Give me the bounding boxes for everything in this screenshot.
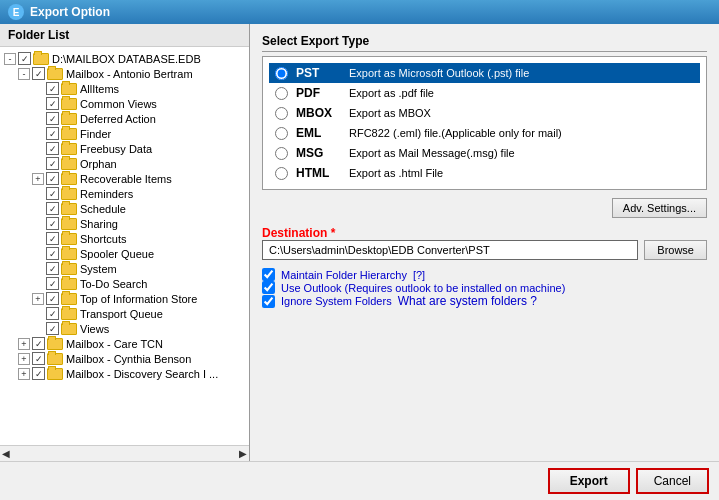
radio-pdf[interactable]	[275, 87, 288, 100]
export-button[interactable]: Export	[548, 468, 630, 494]
option-checkbox-ignore-system[interactable]	[262, 295, 275, 308]
radio-desc-msg: Export as Mail Message(.msg) file	[349, 147, 515, 159]
app-icon: E	[8, 4, 24, 20]
folder-icon-topinfo	[61, 293, 77, 305]
tree-item-mailbox-discovery[interactable]: +Mailbox - Discovery Search I ...	[0, 366, 249, 381]
folder-icon-transport	[61, 308, 77, 320]
tree-item-topinfo[interactable]: +Top of Information Store	[0, 291, 249, 306]
checkbox-sharing[interactable]	[46, 217, 59, 230]
tree-label-orphan: Orphan	[80, 158, 117, 170]
browse-button[interactable]: Browse	[644, 240, 707, 260]
option-row-maintain-folder: Maintain Folder Hierarchy [?]	[262, 268, 707, 281]
tree-item-allitems[interactable]: AllItems	[0, 81, 249, 96]
option-checkbox-use-outlook[interactable]	[262, 281, 275, 294]
radio-msg[interactable]	[275, 147, 288, 160]
tree-label-shortcuts: Shortcuts	[80, 233, 126, 245]
checkbox-common-views[interactable]	[46, 97, 59, 110]
help-bracket-maintain-folder[interactable]: [?]	[413, 269, 425, 281]
tree-item-views[interactable]: Views	[0, 321, 249, 336]
nav-left-arrow[interactable]: ◀	[2, 448, 10, 459]
tree-item-finder[interactable]: Finder	[0, 126, 249, 141]
folder-icon-deferred-action	[61, 113, 77, 125]
tree-item-mailbox-care[interactable]: +Mailbox - Care TCN	[0, 336, 249, 351]
radio-pst[interactable]	[275, 67, 288, 80]
tree-item-common-views[interactable]: Common Views	[0, 96, 249, 111]
expand-btn-root[interactable]: -	[4, 53, 16, 65]
tree-item-shortcuts[interactable]: Shortcuts	[0, 231, 249, 246]
tree-item-mailbox-antonio[interactable]: -Mailbox - Antonio Bertram	[0, 66, 249, 81]
content-row: Folder List -D:\MAILBOX DATABASE.EDB-Mai…	[0, 24, 719, 461]
checkbox-topinfo[interactable]	[46, 292, 59, 305]
checkbox-mailbox-discovery[interactable]	[32, 367, 45, 380]
expand-btn-mailbox-care[interactable]: +	[18, 338, 30, 350]
checkbox-todo[interactable]	[46, 277, 59, 290]
radio-eml[interactable]	[275, 127, 288, 140]
tree-item-reminders[interactable]: Reminders	[0, 186, 249, 201]
checkbox-deferred-action[interactable]	[46, 112, 59, 125]
checkbox-reminders[interactable]	[46, 187, 59, 200]
checkbox-mailbox-cynthia[interactable]	[32, 352, 45, 365]
export-type-eml[interactable]: EMLRFC822 (.eml) file.(Applicable only f…	[269, 123, 700, 143]
checkbox-root[interactable]	[18, 52, 31, 65]
radio-mbox[interactable]	[275, 107, 288, 120]
cancel-button[interactable]: Cancel	[636, 468, 709, 494]
tree-item-freebusy[interactable]: Freebusy Data	[0, 141, 249, 156]
tree-item-mailbox-cynthia[interactable]: +Mailbox - Cynthia Benson	[0, 351, 249, 366]
checkbox-orphan[interactable]	[46, 157, 59, 170]
destination-input[interactable]	[262, 240, 638, 260]
export-type-header: Select Export Type	[262, 34, 707, 52]
tree-item-deferred-action[interactable]: Deferred Action	[0, 111, 249, 126]
checkbox-shortcuts[interactable]	[46, 232, 59, 245]
tree-item-schedule[interactable]: Schedule	[0, 201, 249, 216]
tree-item-spooler[interactable]: Spooler Queue	[0, 246, 249, 261]
checkbox-mailbox-care[interactable]	[32, 337, 45, 350]
adv-settings-button[interactable]: Adv. Settings...	[612, 198, 707, 218]
option-row-use-outlook: Use Outlook (Requires outlook to be inst…	[262, 281, 707, 294]
radio-label-html: HTML	[296, 166, 341, 180]
checkbox-mailbox-antonio[interactable]	[32, 67, 45, 80]
checkbox-schedule[interactable]	[46, 202, 59, 215]
tree-container[interactable]: -D:\MAILBOX DATABASE.EDB-Mailbox - Anton…	[0, 47, 249, 445]
expand-btn-mailbox-cynthia[interactable]: +	[18, 353, 30, 365]
expand-btn-mailbox-antonio[interactable]: -	[18, 68, 30, 80]
tree-item-root[interactable]: -D:\MAILBOX DATABASE.EDB	[0, 51, 249, 66]
export-type-msg[interactable]: MSGExport as Mail Message(.msg) file	[269, 143, 700, 163]
tree-item-todo[interactable]: To-Do Search	[0, 276, 249, 291]
right-panel: Select Export Type PSTExport as Microsof…	[250, 24, 719, 461]
export-type-pst[interactable]: PSTExport as Microsoft Outlook (.pst) fi…	[269, 63, 700, 83]
tree-item-orphan[interactable]: Orphan	[0, 156, 249, 171]
checkbox-system[interactable]	[46, 262, 59, 275]
tree-item-recoverable[interactable]: +Recoverable Items	[0, 171, 249, 186]
checkbox-finder[interactable]	[46, 127, 59, 140]
folder-icon-root	[33, 53, 49, 65]
checkbox-freebusy[interactable]	[46, 142, 59, 155]
checkbox-allitems[interactable]	[46, 82, 59, 95]
expand-btn-mailbox-discovery[interactable]: +	[18, 368, 30, 380]
radio-label-mbox: MBOX	[296, 106, 341, 120]
tree-label-recoverable: Recoverable Items	[80, 173, 172, 185]
radio-desc-pst: Export as Microsoft Outlook (.pst) file	[349, 67, 529, 79]
help-link-ignore-system[interactable]: What are system folders ?	[398, 294, 537, 308]
folder-icon-mailbox-antonio	[47, 68, 63, 80]
checkbox-views[interactable]	[46, 322, 59, 335]
expand-btn-topinfo[interactable]: +	[32, 293, 44, 305]
radio-html[interactable]	[275, 167, 288, 180]
checkbox-recoverable[interactable]	[46, 172, 59, 185]
checkbox-spooler[interactable]	[46, 247, 59, 260]
checkbox-transport[interactable]	[46, 307, 59, 320]
tree-label-freebusy: Freebusy Data	[80, 143, 152, 155]
export-type-pdf[interactable]: PDFExport as .pdf file	[269, 83, 700, 103]
expand-btn-recoverable[interactable]: +	[32, 173, 44, 185]
option-checkbox-maintain-folder[interactable]	[262, 268, 275, 281]
folder-icon-orphan	[61, 158, 77, 170]
folder-icon-mailbox-cynthia	[47, 353, 63, 365]
folder-icon-common-views	[61, 98, 77, 110]
export-type-html[interactable]: HTMLExport as .html File	[269, 163, 700, 183]
tree-item-transport[interactable]: Transport Queue	[0, 306, 249, 321]
nav-right-arrow[interactable]: ▶	[239, 448, 247, 459]
tree-item-sharing[interactable]: Sharing	[0, 216, 249, 231]
tree-item-system[interactable]: System	[0, 261, 249, 276]
folder-icon-views	[61, 323, 77, 335]
tree-label-mailbox-discovery: Mailbox - Discovery Search I ...	[66, 368, 218, 380]
export-type-mbox[interactable]: MBOXExport as MBOX	[269, 103, 700, 123]
